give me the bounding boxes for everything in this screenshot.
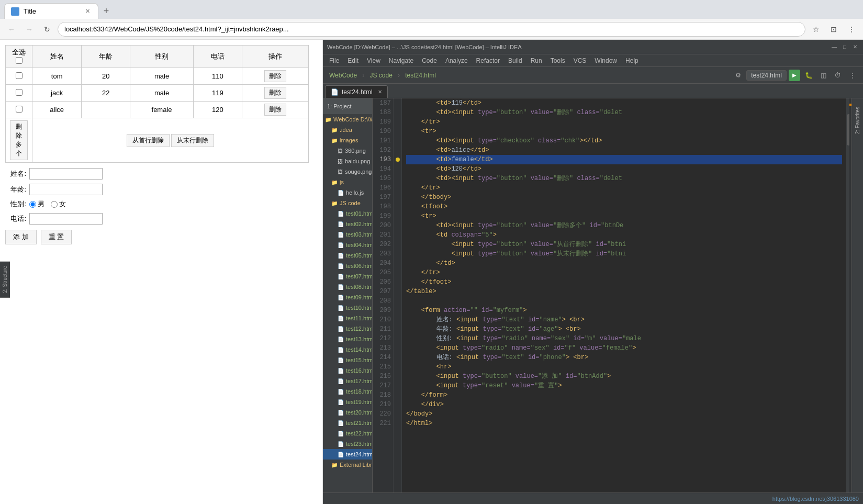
- menu-build[interactable]: Build: [504, 54, 526, 67]
- menu-icon[interactable]: ⋮: [844, 22, 859, 37]
- delete-btn-3[interactable]: 删除: [264, 104, 286, 116]
- tree-item-test04[interactable]: 📄 test04.html: [323, 240, 372, 250]
- menu-help[interactable]: Help: [621, 54, 643, 67]
- tree-item-360[interactable]: 🖼 360.png: [323, 145, 372, 156]
- menu-vcs[interactable]: VCS: [569, 54, 591, 67]
- tree-item-test07[interactable]: 📄 test07.html: [323, 271, 372, 282]
- tree-item-test02[interactable]: 📄 test02.html: [323, 219, 372, 229]
- tree-item-test15[interactable]: 📄 test15.html: [323, 355, 372, 365]
- tree-root[interactable]: 📁 WebCode D:\\W...: [323, 114, 372, 125]
- tree-item-test22[interactable]: 📄 test22.html: [323, 428, 372, 439]
- row-checkbox-2[interactable]: [16, 89, 23, 96]
- tree-item-baidu[interactable]: 🖼 baidu.png: [323, 156, 372, 166]
- back-button[interactable]: ←: [4, 22, 19, 37]
- tree-item-test17[interactable]: 📄 test17.html: [323, 376, 372, 386]
- menu-window[interactable]: Window: [590, 54, 621, 67]
- menu-code[interactable]: Code: [418, 54, 441, 67]
- tree-item-test08[interactable]: 📄 test08.html: [323, 282, 372, 292]
- forward-button[interactable]: →: [22, 22, 37, 37]
- name-input[interactable]: [29, 168, 103, 180]
- tree-item-test12[interactable]: 📄 test12.html: [323, 323, 372, 334]
- tree-item-test20[interactable]: 📄 test20.html: [323, 407, 372, 418]
- tree-item-test13[interactable]: 📄 test13.html: [323, 334, 372, 344]
- delete-multiple-btn[interactable]: 删除多个: [10, 120, 28, 160]
- line-num-221: 221: [375, 419, 391, 428]
- age-input[interactable]: [29, 184, 103, 195]
- minimize-icon[interactable]: —: [831, 43, 838, 51]
- maximize-icon[interactable]: □: [841, 43, 848, 51]
- breadcrumb-webcode[interactable]: WebCode: [327, 72, 359, 79]
- gender-female-label[interactable]: 女: [51, 199, 66, 209]
- row-checkbox-3[interactable]: [16, 106, 23, 113]
- tree-item-js[interactable]: 📁 js: [323, 177, 372, 187]
- cast-icon[interactable]: ⊡: [826, 22, 841, 37]
- sidebar-tab-project[interactable]: 1: Project: [323, 98, 372, 114]
- browser-tab[interactable]: Title ✕: [4, 3, 98, 19]
- tree-item-test21[interactable]: 📄 test21.html: [323, 418, 372, 428]
- menu-navigate[interactable]: Navigate: [385, 54, 418, 67]
- tree-item-test16[interactable]: 📄 test16.html: [323, 365, 372, 376]
- menu-tools[interactable]: Tools: [546, 54, 569, 67]
- breadcrumb-jscode[interactable]: JS code: [368, 72, 395, 79]
- file-tab-close[interactable]: ✕: [378, 89, 382, 95]
- tree-item-test01[interactable]: 📄 test01.html: [323, 208, 372, 219]
- tree-item-hellojs[interactable]: 📄 hello.js: [323, 187, 372, 198]
- tree-item-test03[interactable]: 📄 test03.html: [323, 229, 372, 240]
- tree-item-test19[interactable]: 📄 test19.html: [323, 397, 372, 407]
- tree-item-test23[interactable]: 📄 test23.html: [323, 439, 372, 449]
- menu-file[interactable]: File: [325, 54, 343, 67]
- delete-from-first-btn[interactable]: 从首行删除: [127, 134, 170, 147]
- bookmark-icon[interactable]: ☆: [809, 22, 823, 37]
- refresh-button[interactable]: ↻: [40, 22, 54, 37]
- file-tab-test24[interactable]: 📄 test24.html ✕: [325, 85, 388, 98]
- run-config-display[interactable]: test24.html: [746, 70, 787, 81]
- menu-refactor[interactable]: Refactor: [472, 54, 504, 67]
- tab-close-button[interactable]: ✕: [83, 7, 92, 16]
- menu-view[interactable]: View: [363, 54, 385, 67]
- tree-item-sougo[interactable]: 🖼 sougo.png: [323, 166, 372, 177]
- select-all-checkbox[interactable]: [16, 57, 23, 64]
- new-tab-button[interactable]: +: [98, 3, 114, 19]
- code-content[interactable]: <td>119</td> <td><input type="button" va…: [402, 98, 846, 492]
- gender-female-radio[interactable]: [51, 201, 58, 208]
- delete-btn-2[interactable]: 删除: [264, 87, 286, 99]
- tree-item-test09[interactable]: 📄 test09.html: [323, 292, 372, 303]
- row-checkbox-1[interactable]: [16, 72, 23, 79]
- tree-item-test06[interactable]: 📄 test06.html: [323, 261, 372, 271]
- address-bar[interactable]: [58, 22, 805, 37]
- coverage-icon[interactable]: ◫: [817, 69, 830, 82]
- profile-icon[interactable]: ⏱: [832, 69, 844, 82]
- menu-run[interactable]: Run: [526, 54, 546, 67]
- tree-item-test11[interactable]: 📄 test11.html: [323, 313, 372, 323]
- tree-item-test10[interactable]: 📄 test10.html: [323, 303, 372, 313]
- phone-input[interactable]: [29, 213, 103, 225]
- debug-icon[interactable]: 🐛: [802, 69, 815, 82]
- cell-gender-2: male: [130, 85, 194, 102]
- settings-icon[interactable]: ⚙: [732, 69, 744, 82]
- tree-item-images[interactable]: 📁 images: [323, 135, 372, 145]
- run-button[interactable]: ▶: [789, 70, 800, 81]
- close-window-icon[interactable]: ✕: [851, 43, 859, 51]
- menu-analyze[interactable]: Analyze: [441, 54, 472, 67]
- vertical-scrollbar[interactable]: [846, 98, 851, 492]
- delete-from-last-btn[interactable]: 从末行删除: [171, 134, 214, 147]
- menu-edit[interactable]: Edit: [343, 54, 363, 67]
- tree-item-test05[interactable]: 📄 test05.html: [323, 250, 372, 261]
- breadcrumb-file[interactable]: test24.html: [403, 72, 438, 79]
- line-num-207: 207: [375, 287, 391, 296]
- favorites-tab[interactable]: 2: Favorites: [853, 103, 862, 138]
- gender-male-label[interactable]: 男: [29, 199, 44, 209]
- more-actions-icon[interactable]: ⋮: [846, 69, 859, 82]
- tree-item-external-libs[interactable]: 📁 External Libraries: [323, 460, 372, 470]
- tree-item-test24[interactable]: 📄 test24.html: [323, 449, 372, 460]
- delete-btn-1[interactable]: 删除: [264, 70, 286, 82]
- reset-button[interactable]: 重 置: [41, 230, 72, 244]
- gutter-199: [394, 211, 401, 221]
- tree-item-test14[interactable]: 📄 test14.html: [323, 344, 372, 355]
- breadcrumb-sep-2: ›: [398, 71, 400, 79]
- gender-male-radio[interactable]: [29, 201, 36, 208]
- tree-item-jscode[interactable]: 📁 JS code: [323, 198, 372, 208]
- add-button[interactable]: 添 加: [5, 230, 37, 244]
- tree-item-idea[interactable]: 📁 .idea: [323, 125, 372, 135]
- tree-item-test18[interactable]: 📄 test18.html: [323, 386, 372, 397]
